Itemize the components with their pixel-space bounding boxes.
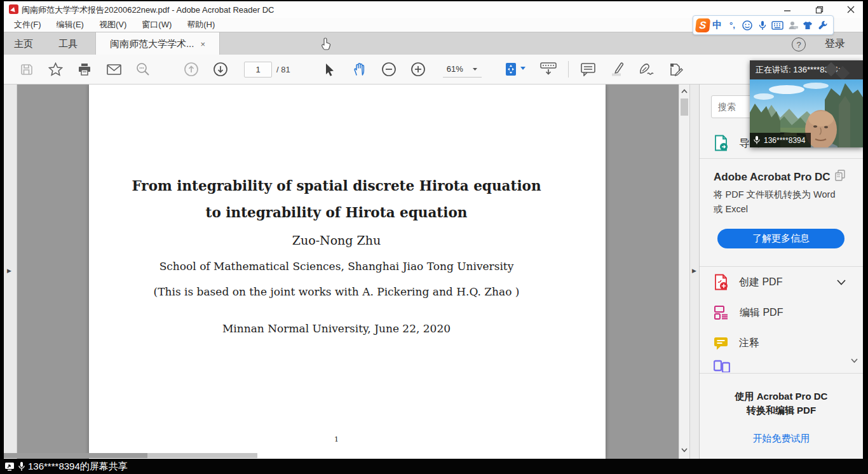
page-down-icon[interactable] xyxy=(206,58,235,80)
comment-tool-icon xyxy=(714,336,729,351)
panel-scroll-down-icon[interactable] xyxy=(851,358,858,363)
horizontal-scrollbar[interactable] xyxy=(4,453,257,458)
page-total-label: / 81 xyxy=(276,65,290,74)
toolbar: / 81 61% xyxy=(4,55,863,85)
chevron-down-icon xyxy=(472,67,478,71)
close-button[interactable] xyxy=(841,4,860,15)
panel-divider xyxy=(700,266,863,267)
tab-close-icon[interactable]: × xyxy=(200,39,205,49)
ime-keyboard-icon[interactable] xyxy=(770,18,785,33)
footer-promo-line2: 转换和编辑 PDF xyxy=(700,403,863,417)
pointer-icon[interactable] xyxy=(316,58,345,80)
organize-pages-item-partial[interactable] xyxy=(714,360,733,372)
doc-title-line2: to integrability of Hirota equation xyxy=(89,205,606,220)
ime-toolbar: S 中 °, xyxy=(693,15,834,35)
save-icon[interactable] xyxy=(11,58,41,80)
page-up-icon[interactable] xyxy=(177,58,206,80)
toolbar-divider xyxy=(568,61,569,78)
document-viewport[interactable]: From integrability of spatial discrete H… xyxy=(17,85,679,459)
vertical-scrollbar[interactable] xyxy=(679,85,689,459)
zoom-level-select[interactable]: 61% xyxy=(443,62,482,78)
screen-share-icon xyxy=(4,462,15,471)
fit-page-icon[interactable] xyxy=(498,58,534,80)
ime-punctuation-icon[interactable]: °, xyxy=(725,18,740,33)
promo-body: 将 PDF 文件联机转换为 Word 或 Excel xyxy=(714,187,843,217)
screen-share-banner: 136****8394的屏幕共享 xyxy=(0,459,868,474)
export-pdf-icon xyxy=(714,135,729,151)
edit-pdf-item[interactable]: 编辑 PDF xyxy=(714,304,783,322)
hand-tool-icon[interactable] xyxy=(345,58,374,80)
learn-more-button[interactable]: 了解更多信息 xyxy=(717,229,844,248)
doc-page-number: 1 xyxy=(89,435,606,444)
ime-wrench-icon[interactable] xyxy=(815,18,831,33)
doc-title-line1: From integrability of spatial discrete H… xyxy=(89,178,606,194)
tab-document[interactable]: 闽南师范大学学术... × xyxy=(95,32,220,55)
copy-pages-icon xyxy=(834,170,846,181)
read-mode-icon[interactable] xyxy=(534,58,563,80)
tab-tools[interactable]: 工具 xyxy=(58,32,78,55)
tab-bar: 主页 工具 闽南师范大学学术... × ? 登录 xyxy=(4,32,863,55)
scroll-down-icon[interactable] xyxy=(679,447,689,454)
zoom-level-value: 61% xyxy=(447,64,463,74)
webcam-video[interactable]: 136****8394 xyxy=(750,79,863,147)
edit-pdf-label: 编辑 PDF xyxy=(740,306,783,320)
zoom-in-icon[interactable] xyxy=(403,58,433,80)
highlighter-icon[interactable] xyxy=(603,58,632,80)
create-pdf-icon xyxy=(714,274,729,290)
mouse-cursor xyxy=(322,37,332,53)
menu-edit[interactable]: 编辑(E) xyxy=(57,19,84,30)
organize-pages-icon xyxy=(714,360,730,372)
acrobat-window: 闽南师范大学学术报告20200622new.pdf - Adobe Acroba… xyxy=(4,1,863,459)
menu-view[interactable]: 视图(V) xyxy=(99,19,126,30)
ime-mic-icon[interactable] xyxy=(755,18,770,33)
restore-button[interactable] xyxy=(810,4,829,15)
menu-help[interactable]: 帮助(H) xyxy=(187,19,215,30)
acrobat-app-icon xyxy=(9,4,18,14)
scrollbar-thumb[interactable] xyxy=(681,98,688,116)
ime-skin-icon[interactable] xyxy=(800,18,815,33)
main-area: ▶ From integrability of spatial discrete… xyxy=(4,85,863,459)
comment-bubble-icon[interactable] xyxy=(574,58,603,80)
ime-account-icon[interactable] xyxy=(785,18,801,33)
star-icon[interactable] xyxy=(41,58,70,80)
promo-title: Adobe Acrobat Pro DC xyxy=(714,171,831,184)
pdf-page: From integrability of spatial discrete H… xyxy=(89,85,606,459)
menu-window[interactable]: 窗口(W) xyxy=(142,19,172,30)
expand-nav-pane-icon[interactable]: ▶ xyxy=(7,267,11,274)
chevron-down-icon xyxy=(837,280,846,285)
expand-tools-pane-icon[interactable]: ▶ xyxy=(692,267,696,274)
participant-name-tag: 136****8394 xyxy=(750,133,811,147)
nav-pane-collapsed[interactable]: ▶ xyxy=(4,85,17,459)
start-trial-link[interactable]: 开始免费试用 xyxy=(700,433,863,445)
zoom-out-icon[interactable] xyxy=(374,58,403,80)
print-icon[interactable] xyxy=(70,58,99,80)
tools-pane-collapse-strip[interactable]: ▶ xyxy=(689,85,699,459)
page-edit-icon[interactable] xyxy=(661,58,691,80)
page-number-input[interactable] xyxy=(244,62,272,78)
tab-home[interactable]: 主页 xyxy=(14,32,33,55)
footer-promo: 使用 Acrobat Pro DC 转换和编辑 PDF 开始免费试用 xyxy=(700,389,863,445)
ime-mode-icon[interactable]: 中 xyxy=(710,18,725,33)
email-icon[interactable] xyxy=(99,58,128,80)
ime-emoji-icon[interactable] xyxy=(740,18,755,33)
mic-icon xyxy=(753,135,761,145)
meeting-overlay[interactable]: 正在讲话: 136****8394; xyxy=(750,60,863,147)
sogou-logo[interactable]: S xyxy=(695,18,710,32)
doc-venue: Minnan Normal University, June 22, 2020 xyxy=(89,322,606,335)
menu-file[interactable]: 文件(F) xyxy=(14,19,41,30)
edit-pdf-icon xyxy=(714,305,729,320)
comment-item[interactable]: 注释 xyxy=(714,334,759,352)
sign-icon[interactable] xyxy=(632,58,661,80)
help-icon[interactable]: ? xyxy=(792,37,806,51)
search-icon[interactable] xyxy=(128,58,158,80)
scroll-up-icon[interactable] xyxy=(679,88,689,95)
shared-screen: 闽南师范大学学术报告20200622new.pdf - Adobe Acroba… xyxy=(0,0,868,474)
sign-in-button[interactable]: 登录 xyxy=(825,32,845,55)
participant-name: 136****8394 xyxy=(764,136,805,145)
horizontal-scrollbar-thumb[interactable] xyxy=(4,453,147,458)
screen-share-text: 136****8394的屏幕共享 xyxy=(28,461,128,473)
panel-divider xyxy=(700,373,863,374)
minimize-button[interactable] xyxy=(778,4,797,15)
create-pdf-item[interactable]: 创建 PDF xyxy=(714,273,782,291)
mic-icon xyxy=(18,461,25,471)
